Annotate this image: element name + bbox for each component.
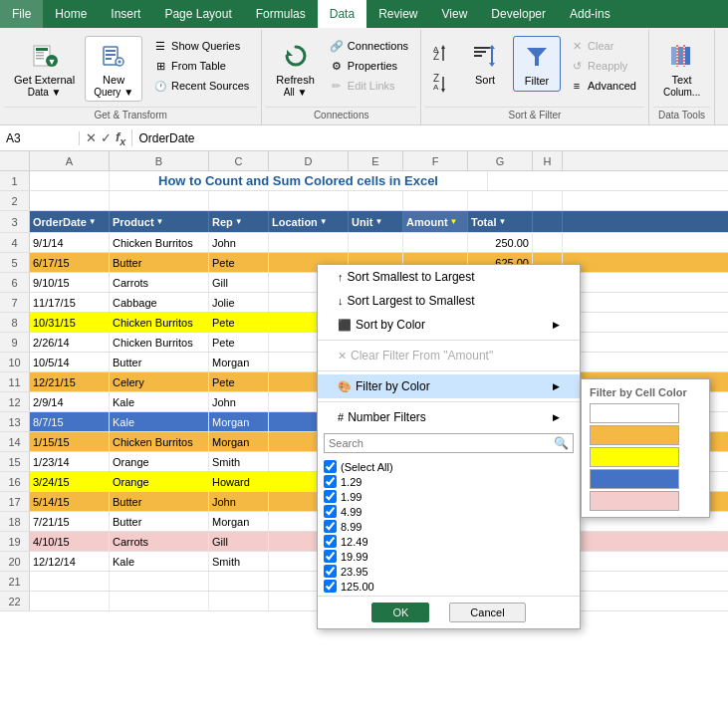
cell[interactable] [533,233,563,252]
cell[interactable] [209,191,269,210]
cancel-button[interactable]: Cancel [449,603,525,611]
check-23-95[interactable]: 23.95 [324,564,574,579]
header-orderdate[interactable]: OrderDate ▼ [30,211,110,232]
cell[interactable]: Jolie [209,293,269,312]
cell[interactable] [30,171,110,190]
cell[interactable]: 10/31/15 [30,313,110,332]
cell[interactable]: Morgan [209,512,269,531]
cell[interactable]: Cabbage [110,293,209,312]
connections-button[interactable]: 🔗 Connections [325,36,412,56]
cell[interactable]: Smith [209,452,269,471]
cell[interactable]: Howard [209,472,269,491]
check-12-49[interactable]: 12.49 [324,534,574,549]
cell[interactable]: Kale [110,412,209,431]
cell[interactable]: 6/17/15 [30,253,110,272]
cell[interactable]: 2/9/14 [30,392,110,411]
clear-filter-item[interactable]: ✕ Clear Filter From "Amount" [318,344,580,367]
cell[interactable] [30,191,110,210]
cell[interactable]: Butter [110,353,209,371]
cell[interactable] [30,572,110,591]
number-filters-item[interactable]: # Number Filters [318,405,580,429]
cell[interactable] [30,592,110,610]
cell[interactable]: 3/24/15 [30,472,110,491]
cell[interactable] [110,592,209,610]
cell[interactable]: Morgan [209,412,269,431]
cell[interactable]: Carrots [110,273,209,292]
color-swatch-yellow[interactable] [590,447,679,467]
header-location[interactable]: Location ▼ [269,211,349,232]
cell[interactable]: 12/12/14 [30,552,110,571]
sort-za-button[interactable]: Z A [429,70,457,98]
check-125-00[interactable]: 125.00 [324,579,574,594]
cell[interactable]: Butter [110,512,209,531]
advanced-button[interactable]: ≡ Advanced [565,76,640,96]
ok-button[interactable]: OK [371,603,429,611]
menu-view[interactable]: View [430,0,480,28]
cell[interactable] [110,191,209,210]
cell[interactable]: 7/21/15 [30,512,110,531]
cell[interactable]: John [209,492,269,511]
menu-review[interactable]: Review [366,0,429,28]
cell[interactable]: Chicken Burritos [110,233,209,252]
cell[interactable]: Pete [209,313,269,332]
cell[interactable]: 1/23/14 [30,452,110,471]
sort-az-button[interactable]: A Z [429,40,457,68]
sort-largest-item[interactable]: ↓ Sort Largest to Smallest [318,289,580,313]
color-swatch-orange[interactable] [590,425,679,445]
col-header-f[interactable]: F [403,151,468,171]
cell[interactable] [403,233,468,252]
insert-function-icon[interactable]: fx [116,129,125,147]
header-total[interactable]: Total ▼ [468,211,533,232]
col-header-d[interactable]: D [269,151,349,171]
menu-developer[interactable]: Developer [479,0,558,28]
cell[interactable]: Morgan [209,353,269,371]
color-swatch-white[interactable] [590,403,679,423]
from-table-button[interactable]: ⊞ From Table [148,56,253,76]
cell[interactable]: Gill [209,532,269,551]
cell[interactable]: Butter [110,253,209,272]
cell[interactable] [349,191,403,210]
col-header-g[interactable]: G [468,151,533,171]
menu-add-ins[interactable]: Add-ins [558,0,622,28]
cell[interactable]: 9/10/15 [30,273,110,292]
header-unit[interactable]: Unit ▼ [349,211,403,232]
cancel-formula-icon[interactable]: ✕ [86,130,97,145]
cell[interactable]: Pete [209,333,269,352]
cell[interactable]: Orange [110,452,209,471]
color-swatch-pink[interactable] [590,491,679,511]
dropdown-search-input[interactable] [329,437,554,449]
check-1-99[interactable]: 1.99 [324,489,574,504]
cell[interactable]: Kale [110,552,209,571]
clear-button[interactable]: ✕ Clear [565,36,640,56]
cell[interactable]: Kale [110,392,209,411]
cell-reference[interactable]: A3 [0,131,80,145]
menu-insert[interactable]: Insert [99,0,152,28]
refresh-all-button[interactable]: RefreshAll ▼ [270,36,321,102]
cell[interactable] [209,572,269,591]
cell[interactable]: Gill [209,273,269,292]
check-8-99[interactable]: 8.99 [324,519,574,534]
filter-by-color-item[interactable]: 🎨 Filter by Color [318,374,580,398]
cell[interactable]: Pete [209,253,269,272]
cell[interactable]: Smith [209,552,269,571]
cell[interactable]: 8/7/15 [30,412,110,431]
check-4-99[interactable]: 4.99 [324,504,574,519]
check-1-29[interactable]: 1.29 [324,474,574,489]
check-19-99[interactable]: 19.99 [324,549,574,564]
cell[interactable] [269,191,349,210]
cell[interactable]: 11/17/15 [30,293,110,312]
sort-smallest-item[interactable]: ↑ Sort Smallest to Largest [318,265,580,289]
sort-by-color-item[interactable]: ⬛ Sort by Color [318,313,580,337]
confirm-formula-icon[interactable]: ✓ [101,130,112,145]
sort-button[interactable]: Sort [461,36,509,90]
cell[interactable]: Celery [110,372,209,391]
header-rep[interactable]: Rep ▼ [209,211,269,232]
cell[interactable] [349,233,403,252]
cell[interactable]: 12/21/15 [30,372,110,391]
text-columns-button[interactable]: TextColum... [657,36,706,102]
cell[interactable]: John [209,392,269,411]
cell[interactable]: Chicken Burritos [110,333,209,352]
cell[interactable]: Butter [110,492,209,511]
cell[interactable]: 1/15/15 [30,432,110,451]
cell[interactable]: 2/26/14 [30,333,110,352]
